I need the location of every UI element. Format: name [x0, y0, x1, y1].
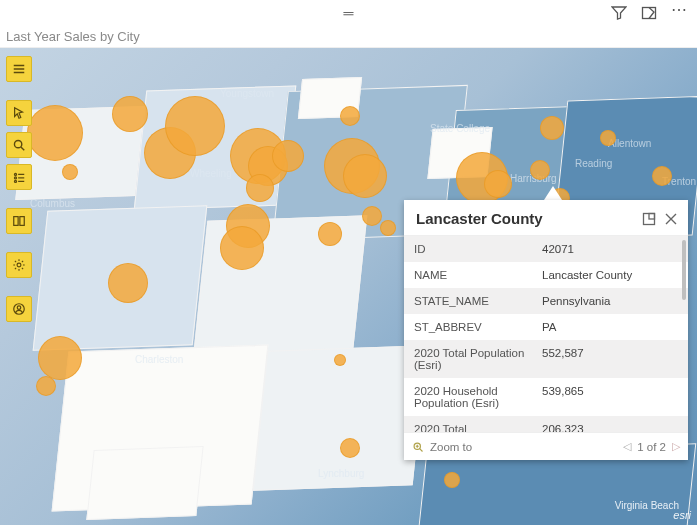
map-city-label: Virginia Beach	[615, 500, 679, 511]
county-polygon[interactable]	[253, 345, 428, 491]
basemap-icon[interactable]	[6, 208, 32, 234]
popup-field-key: 2020 Household Population (Esri)	[404, 378, 534, 416]
svg-point-1	[14, 140, 21, 147]
sales-marker[interactable]	[220, 226, 264, 270]
pager-prev-icon[interactable]: ◁	[623, 440, 631, 453]
sales-marker[interactable]	[444, 472, 460, 488]
user-icon[interactable]	[6, 296, 32, 322]
popup-pager: ◁ 1 of 2 ▷	[623, 440, 680, 453]
search-icon[interactable]	[6, 132, 32, 158]
sales-marker[interactable]	[38, 336, 82, 380]
dock-icon[interactable]	[642, 212, 656, 226]
svg-point-3	[14, 177, 16, 179]
more-options-icon[interactable]: ⋯	[671, 5, 687, 21]
sales-marker[interactable]	[340, 438, 360, 458]
popup-row: 2020 Total Households (Esri)206,323	[404, 416, 688, 432]
popup-title: Lancaster County	[416, 210, 634, 227]
zoom-to-label: Zoom to	[430, 441, 472, 453]
visual-title-bar: Last Year Sales by City	[0, 26, 697, 48]
popup-field-value: 552,587	[534, 340, 688, 378]
popup-field-key: 2020 Total Households (Esri)	[404, 416, 534, 432]
popup-row: ST_ABBREVPA	[404, 314, 688, 340]
popup-body[interactable]: ID42071NAMELancaster CountySTATE_NAMEPen…	[404, 236, 688, 432]
map-city-label: Columbus	[30, 198, 75, 209]
popup-pointer	[544, 186, 562, 200]
sales-marker[interactable]	[530, 160, 550, 180]
svg-rect-5	[14, 217, 18, 226]
pager-next-icon[interactable]: ▷	[672, 440, 680, 453]
sales-marker[interactable]	[334, 354, 346, 366]
sales-marker[interactable]	[652, 166, 672, 186]
collapse-menu-icon[interactable]: ═	[344, 5, 354, 21]
layers-icon[interactable]	[6, 164, 32, 190]
popup-field-value: 42071	[534, 236, 688, 262]
popup-row: 2020 Total Population (Esri)552,587	[404, 340, 688, 378]
sales-marker[interactable]	[343, 154, 387, 198]
close-icon[interactable]	[664, 212, 678, 226]
sales-marker[interactable]	[246, 174, 274, 202]
zoom-to-button[interactable]: Zoom to	[412, 441, 472, 453]
sales-marker[interactable]	[108, 263, 148, 303]
menu-icon[interactable]	[6, 56, 32, 82]
visual-title: Last Year Sales by City	[6, 29, 140, 44]
svg-point-9	[17, 306, 21, 310]
popup-field-value: 206,323	[534, 416, 688, 432]
feature-popup: Lancaster County ID42071NAMELancaster Co…	[404, 200, 688, 460]
popup-field-key: 2020 Total Population (Esri)	[404, 340, 534, 378]
popup-footer: Zoom to ◁ 1 of 2 ▷	[404, 432, 688, 460]
report-top-strip: ═ ⋯	[0, 0, 697, 26]
pager-label: 1 of 2	[637, 441, 666, 453]
settings-icon[interactable]	[6, 252, 32, 278]
popup-field-value: Lancaster County	[534, 262, 688, 288]
svg-point-7	[17, 263, 21, 267]
visual-header: ⋯	[611, 5, 687, 21]
map-toolbar	[6, 56, 32, 322]
svg-point-2	[14, 173, 16, 175]
sales-marker[interactable]	[112, 96, 148, 132]
popup-row: 2020 Household Population (Esri)539,865	[404, 378, 688, 416]
popup-row: STATE_NAMEPennsylvania	[404, 288, 688, 314]
svg-point-4	[14, 180, 16, 182]
sales-marker[interactable]	[272, 140, 304, 172]
svg-rect-6	[20, 217, 24, 226]
sales-marker[interactable]	[165, 96, 225, 156]
sales-marker[interactable]	[318, 222, 342, 246]
sales-marker[interactable]	[27, 105, 83, 161]
sales-marker[interactable]	[380, 220, 396, 236]
sales-marker[interactable]	[600, 130, 616, 146]
popup-field-value: 539,865	[534, 378, 688, 416]
popup-field-key: ID	[404, 236, 534, 262]
svg-rect-11	[649, 213, 655, 219]
popup-field-key: ST_ABBREV	[404, 314, 534, 340]
filter-icon[interactable]	[611, 5, 627, 21]
sales-marker[interactable]	[362, 206, 382, 226]
popup-field-value: Pennsylvania	[534, 288, 688, 314]
sales-marker[interactable]	[62, 164, 78, 180]
popup-field-value: PA	[534, 314, 688, 340]
popup-row: NAMELancaster County	[404, 262, 688, 288]
sales-marker[interactable]	[340, 106, 360, 126]
sales-marker[interactable]	[484, 170, 512, 198]
select-arrow-icon[interactable]	[6, 100, 32, 126]
popup-header: Lancaster County	[404, 200, 688, 236]
sales-marker[interactable]	[540, 116, 564, 140]
sales-marker[interactable]	[36, 376, 56, 396]
popup-field-key: STATE_NAME	[404, 288, 534, 314]
popup-field-key: NAME	[404, 262, 534, 288]
esri-attribution: esri	[673, 509, 691, 521]
popup-row: ID42071	[404, 236, 688, 262]
focus-mode-icon[interactable]	[641, 5, 657, 21]
county-polygon[interactable]	[86, 446, 203, 520]
